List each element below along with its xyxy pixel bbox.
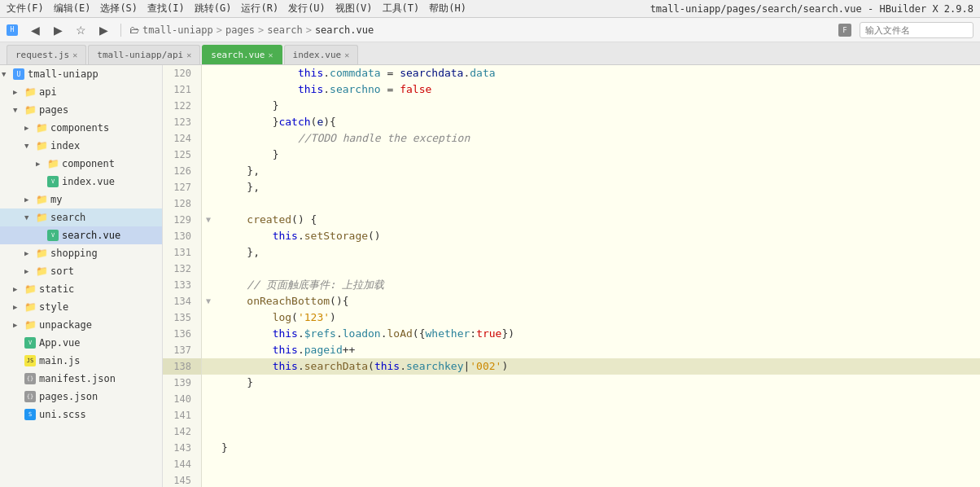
- fold-gutter: [202, 309, 215, 326]
- tab-api[interactable]: tmall-uniapp/api ✕: [88, 45, 200, 64]
- tab-search-vue-close[interactable]: ✕: [269, 50, 273, 59]
- tab-index-vue-close[interactable]: ✕: [344, 50, 349, 59]
- table-row: 140: [163, 391, 980, 407]
- line-content: }: [215, 98, 980, 114]
- tab-search-vue-label: search.vue: [211, 50, 265, 60]
- arrow-icon: ▼: [2, 70, 13, 78]
- sidebar-search-folder-label: search: [50, 212, 85, 223]
- sidebar-item-index-folder[interactable]: ▼ 📁 index: [0, 137, 162, 155]
- sep3: >: [306, 24, 312, 36]
- sidebar-item-sort[interactable]: ▶ 📁 sort: [0, 262, 162, 280]
- table-row: 123 }catch(e){: [163, 114, 980, 130]
- menu-tools[interactable]: 工具(T): [383, 2, 420, 15]
- folder-icon: 📁: [24, 301, 36, 313]
- sidebar-components-label: components: [50, 122, 109, 134]
- arrow-icon: ▶: [24, 124, 36, 132]
- sidebar-item-my[interactable]: ▶ 📁 my: [0, 191, 162, 208]
- line-number: 134: [163, 293, 202, 309]
- run-button[interactable]: ▶: [94, 21, 112, 39]
- line-number: 127: [163, 179, 202, 195]
- line-number: 124: [163, 130, 202, 147]
- sidebar-item-unpackage[interactable]: ▶ 📁 unpackage: [0, 316, 162, 334]
- table-row: 121 this.searchno = false: [163, 81, 980, 98]
- tab-index-vue[interactable]: index.vue ✕: [284, 45, 359, 64]
- tab-request-js[interactable]: request.js ✕: [7, 45, 86, 64]
- menu-edit[interactable]: 编辑(E): [54, 2, 91, 15]
- sidebar-item-shopping[interactable]: ▶ 📁 shopping: [0, 244, 162, 262]
- sidebar-item-manifest[interactable]: ▶ {} manifest.json: [0, 370, 162, 388]
- sidebar-search-vue-label: search.vue: [62, 230, 120, 241]
- line-number: 130: [163, 228, 202, 244]
- sidebar-unpackage-label: unpackage: [39, 319, 92, 331]
- menu-goto[interactable]: 跳转(G): [195, 2, 232, 15]
- breadcrumb-search[interactable]: search: [267, 24, 302, 36]
- fold-gutter: [202, 179, 215, 195]
- back-button[interactable]: ◀: [26, 21, 44, 39]
- table-row: 129 ▼ created() {: [163, 212, 980, 228]
- arrow-icon: ▼: [13, 106, 24, 114]
- sidebar-item-root[interactable]: ▼ U tmall-uniapp: [0, 65, 162, 83]
- fold-gutter: [202, 326, 215, 342]
- menu-select[interactable]: 选择(S): [100, 2, 138, 15]
- fold-gutter: [202, 391, 215, 407]
- file-search-input[interactable]: [860, 22, 973, 38]
- breadcrumb-file[interactable]: search.vue: [315, 24, 374, 36]
- line-content: log('123'): [215, 309, 980, 326]
- menu-view[interactable]: 视图(V): [335, 2, 373, 15]
- forward-button[interactable]: ▶: [49, 21, 67, 39]
- fold-gutter: [202, 358, 215, 375]
- line-content: [215, 472, 980, 487]
- line-content: [215, 391, 980, 407]
- sidebar-item-api[interactable]: ▶ 📁 api: [0, 83, 162, 101]
- tab-bar: request.js ✕ tmall-uniapp/api ✕ search.v…: [0, 42, 980, 65]
- menu-file[interactable]: 文件(F): [7, 2, 44, 15]
- menu-help[interactable]: 帮助(H): [429, 2, 466, 15]
- folder-icon: 📁: [36, 248, 47, 259]
- table-row: 127 },: [163, 179, 980, 195]
- arrow-icon: ▶: [36, 160, 47, 168]
- spacer: ▶: [13, 357, 24, 365]
- table-row: 122 }: [163, 98, 980, 114]
- line-number: 128: [163, 195, 202, 212]
- fold-gutter[interactable]: ▼: [202, 212, 215, 228]
- sidebar-pages-json-label: pages.json: [39, 391, 98, 402]
- tab-api-close[interactable]: ✕: [186, 50, 191, 59]
- breadcrumb-project[interactable]: tmall-uniapp: [142, 24, 213, 36]
- sidebar-item-main-js[interactable]: ▶ JS main.js: [0, 352, 162, 370]
- sidebar-item-pages-json[interactable]: ▶ {} pages.json: [0, 388, 162, 406]
- sidebar-item-app-vue[interactable]: ▶ V App.vue: [0, 334, 162, 352]
- menu-publish[interactable]: 发行(U): [288, 2, 326, 15]
- sidebar-item-search-vue[interactable]: ▶ V search.vue: [0, 226, 162, 244]
- menu-find[interactable]: 查找(I): [147, 2, 185, 15]
- app-title: tmall-uniapp/pages/search/search.vue - H…: [650, 3, 973, 15]
- sidebar-item-style[interactable]: ▶ 📁 style: [0, 298, 162, 316]
- table-row: 134 ▼ onReachBottom(){: [163, 293, 980, 309]
- sidebar-item-static[interactable]: ▶ 📁 static: [0, 280, 162, 298]
- bookmark-button[interactable]: ☆: [72, 21, 90, 39]
- sidebar-item-component[interactable]: ▶ 📁 component: [0, 155, 162, 173]
- code-editor[interactable]: 120 this.commdata = searchdata.data 121 …: [163, 65, 980, 487]
- line-content: onReachBottom(){: [215, 293, 980, 309]
- line-number: 123: [163, 114, 202, 130]
- folder-icon: 📁: [47, 158, 59, 169]
- fold-gutter: [202, 65, 215, 81]
- sidebar-item-components[interactable]: ▶ 📁 components: [0, 119, 162, 137]
- sidebar-item-uni-scss[interactable]: ▶ S uni.scss: [0, 406, 162, 423]
- sidebar-item-pages[interactable]: ▼ 📁 pages: [0, 101, 162, 119]
- menu-run[interactable]: 运行(R): [241, 2, 278, 15]
- sidebar-index-vue-label: index.vue: [62, 176, 115, 187]
- tab-request-js-close[interactable]: ✕: [72, 50, 77, 59]
- line-content: },: [215, 244, 980, 261]
- breadcrumb-pages[interactable]: pages: [225, 24, 255, 36]
- line-number: 138: [163, 358, 202, 375]
- breadcrumb: 🗁 tmall-uniapp > pages > search > search…: [129, 24, 374, 36]
- table-row: 120 this.commdata = searchdata.data: [163, 65, 980, 81]
- fold-gutter[interactable]: ▼: [202, 293, 215, 309]
- fold-gutter: [202, 130, 215, 147]
- sidebar-item-index-vue[interactable]: ▶ V index.vue: [0, 173, 162, 191]
- tab-search-vue[interactable]: search.vue ✕: [202, 45, 282, 64]
- line-content: },: [215, 163, 980, 179]
- spacer: ▶: [13, 393, 24, 401]
- sidebar-item-search-folder[interactable]: ▼ 📁 search: [0, 208, 162, 226]
- fold-gutter: [202, 456, 215, 472]
